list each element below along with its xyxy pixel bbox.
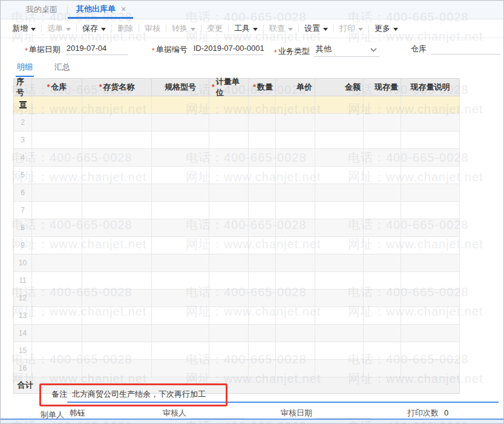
grid-cell[interactable] (401, 307, 460, 324)
grid-cell[interactable] (315, 290, 364, 306)
grid-cell[interactable] (32, 149, 82, 166)
grid-cell[interactable] (152, 307, 209, 324)
grid-cell[interactable] (209, 202, 249, 219)
grid-cell[interactable] (82, 342, 152, 359)
grid-cell[interactable] (315, 96, 364, 113)
grid-cell[interactable] (82, 325, 152, 342)
toolbar-button-10[interactable]: 设置 (299, 23, 333, 34)
grid-cell[interactable] (315, 114, 364, 131)
grid-cell[interactable] (364, 307, 401, 324)
grid-cell[interactable] (401, 202, 460, 219)
row-indicator-cell[interactable]: 10 (14, 254, 32, 271)
grid-cell[interactable] (209, 272, 249, 289)
grid-cell[interactable] (364, 325, 401, 342)
grid-cell[interactable] (315, 184, 364, 201)
grid-cell[interactable] (249, 237, 276, 254)
tab-my-desktop[interactable]: 我的桌面 (16, 1, 67, 19)
grid-cell[interactable] (249, 254, 276, 271)
grid-cell[interactable] (209, 96, 249, 113)
grid-cell[interactable] (249, 360, 276, 377)
grid-cell[interactable] (32, 114, 82, 131)
toolbar-button-3[interactable]: 保存 (77, 23, 111, 34)
grid-cell[interactable] (249, 342, 276, 359)
grid-cell[interactable] (315, 272, 364, 289)
close-icon[interactable]: × (121, 4, 126, 14)
table-row[interactable]: 13 (14, 307, 460, 325)
grid-cell[interactable] (32, 307, 82, 324)
grid-cell[interactable] (401, 237, 460, 254)
grid-cell[interactable] (276, 342, 315, 359)
grid-cell[interactable] (82, 254, 152, 271)
grid-cell[interactable] (152, 360, 209, 377)
row-indicator-cell[interactable]: 15 (14, 342, 32, 359)
grid-cell[interactable] (82, 202, 152, 219)
table-row[interactable]: 10 (14, 254, 460, 272)
row-indicator-cell[interactable]: 14 (14, 325, 32, 342)
grid-cell[interactable] (249, 167, 276, 184)
grid-cell[interactable] (364, 149, 401, 166)
grid-cell[interactable] (364, 202, 401, 219)
grid-cell[interactable] (249, 202, 276, 219)
row-indicator-cell[interactable] (14, 96, 32, 113)
table-row[interactable]: 16 (14, 360, 460, 377)
grid-cell[interactable] (401, 184, 460, 201)
grid-cell[interactable] (249, 114, 276, 131)
grid-cell[interactable] (249, 307, 276, 324)
grid-cell[interactable] (209, 325, 249, 342)
grid-cell[interactable] (82, 167, 152, 184)
remark-input[interactable]: 北方商贸公司生产结余，下次再行加工 (72, 389, 206, 400)
grid-cell[interactable] (32, 184, 82, 201)
grid-cell[interactable] (276, 307, 315, 324)
grid-cell[interactable] (401, 272, 460, 289)
row-indicator-cell[interactable]: 8 (14, 219, 32, 236)
grid-cell[interactable] (401, 149, 460, 166)
grid-cell[interactable] (401, 290, 460, 306)
grid-cell[interactable] (82, 219, 152, 236)
grid-cell[interactable] (152, 325, 209, 342)
grid-cell[interactable] (32, 290, 82, 306)
grid-cell[interactable] (32, 325, 82, 342)
grid-cell[interactable] (249, 131, 276, 148)
grid-cell[interactable] (364, 184, 401, 201)
grid-cell[interactable] (364, 342, 401, 359)
grid-cell[interactable] (209, 360, 249, 377)
grid-cell[interactable] (82, 290, 152, 306)
grid-cell[interactable] (152, 290, 209, 306)
grid-cell[interactable] (364, 254, 401, 271)
grid-cell[interactable] (152, 342, 209, 359)
row-indicator-cell[interactable]: 9 (14, 237, 32, 254)
grid-cell[interactable] (82, 307, 152, 324)
grid-cell[interactable] (209, 237, 249, 254)
tab-summary[interactable]: 汇总 (53, 60, 71, 75)
table-row[interactable]: 15 (14, 342, 460, 360)
grid-cell[interactable] (32, 96, 82, 113)
grid-cell[interactable] (315, 360, 364, 377)
row-indicator-cell[interactable]: 7 (14, 202, 32, 219)
grid-cell[interactable] (315, 202, 364, 219)
grid-cell[interactable] (82, 184, 152, 201)
grid-cell[interactable] (82, 272, 152, 289)
tab-other-outbound-order[interactable]: 其他出库单 × (68, 1, 133, 19)
grid-cell[interactable] (249, 149, 276, 166)
bill-number-input[interactable]: ID-2019-07-00-0001 (192, 44, 263, 55)
table-row[interactable]: 12 (14, 290, 460, 307)
grid-cell[interactable] (276, 167, 315, 184)
table-row[interactable] (14, 96, 460, 114)
grid-cell[interactable] (32, 254, 82, 271)
tab-detail[interactable]: 明细 (16, 60, 34, 77)
grid-cell[interactable] (32, 360, 82, 377)
grid-cell[interactable] (152, 272, 209, 289)
grid-cell[interactable] (209, 149, 249, 166)
grid-cell[interactable] (364, 237, 401, 254)
grid-cell[interactable] (209, 114, 249, 131)
grid-cell[interactable] (401, 131, 460, 148)
table-row[interactable]: 11 (14, 272, 460, 290)
grid-cell[interactable] (249, 219, 276, 236)
grid-cell[interactable] (209, 307, 249, 324)
grid-cell[interactable] (315, 325, 364, 342)
grid-cell[interactable] (82, 131, 152, 148)
grid-cell[interactable] (249, 184, 276, 201)
grid-cell[interactable] (276, 254, 315, 271)
table-row[interactable]: 3 (14, 131, 460, 149)
grid-cell[interactable] (209, 184, 249, 201)
